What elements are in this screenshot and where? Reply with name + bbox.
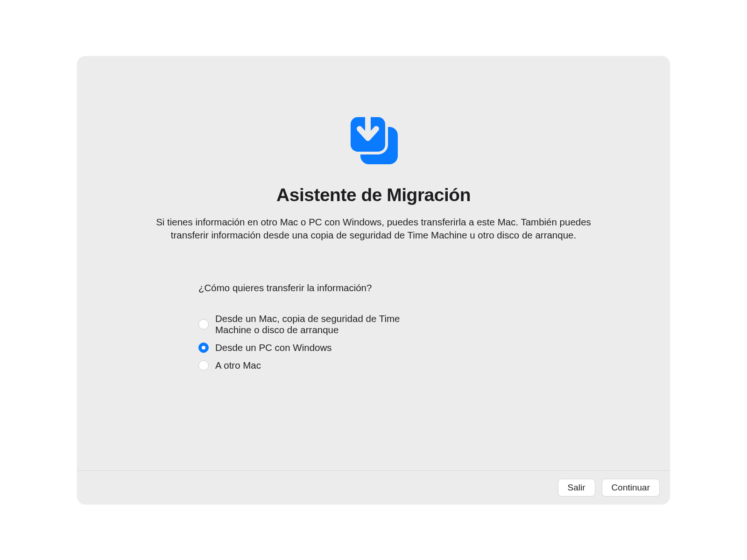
options-block: ¿Cómo quieres transferir la información?… bbox=[77, 282, 432, 378]
option-to-mac[interactable]: A otro Mac bbox=[198, 360, 432, 371]
options-prompt: ¿Cómo quieres transferir la información? bbox=[198, 282, 432, 294]
radio-icon bbox=[198, 360, 209, 371]
footer-bar: Salir Continuar bbox=[77, 470, 670, 504]
migration-download-icon bbox=[336, 102, 411, 176]
page-title: Asistente de Migración bbox=[276, 185, 471, 205]
option-label: A otro Mac bbox=[215, 360, 261, 371]
content-area: Asistente de Migración Si tienes informa… bbox=[77, 56, 670, 470]
continue-button[interactable]: Continuar bbox=[602, 479, 660, 497]
option-from-mac[interactable]: Desde un Mac, copia de seguridad de Time… bbox=[198, 313, 432, 336]
option-label: Desde un PC con Windows bbox=[215, 342, 332, 353]
radio-icon bbox=[198, 319, 209, 329]
option-label: Desde un Mac, copia de seguridad de Time… bbox=[215, 313, 432, 336]
exit-button[interactable]: Salir bbox=[558, 479, 595, 497]
option-from-windows[interactable]: Desde un PC con Windows bbox=[198, 342, 432, 353]
radio-icon-selected bbox=[198, 343, 209, 353]
page-description: Si tienes información en otro Mac o PC c… bbox=[138, 216, 609, 241]
migration-assistant-window: Asistente de Migración Si tienes informa… bbox=[77, 56, 670, 504]
